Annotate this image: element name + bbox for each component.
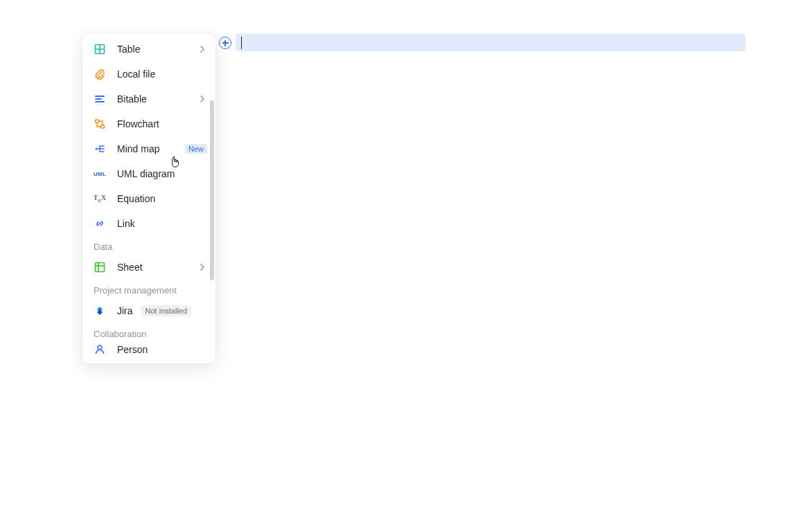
chevron-right-icon — [197, 262, 207, 272]
menu-item-label: Person — [117, 344, 207, 355]
new-badge: New — [185, 144, 207, 154]
menu-item-link[interactable]: Link — [82, 211, 215, 236]
menu-item-bitable[interactable]: Bitable — [82, 87, 215, 111]
uml-icon: UML — [94, 168, 106, 180]
menu-item-label: Jira — [117, 305, 133, 316]
menu-item-equation[interactable]: TEX Equation — [82, 186, 215, 211]
menu-item-label: Local file — [117, 69, 207, 80]
tex-icon: TEX — [94, 192, 106, 205]
text-caret — [241, 37, 242, 49]
menu-item-person[interactable]: Person — [82, 342, 215, 357]
not-installed-badge: Not installed — [141, 305, 192, 316]
menu-item-label: Bitable — [117, 93, 186, 105]
menu-item-label: Table — [117, 44, 186, 55]
bitable-icon — [94, 93, 106, 105]
table-icon — [94, 43, 106, 55]
jira-icon — [94, 305, 106, 317]
link-icon — [94, 217, 106, 230]
menu-item-uml-diagram[interactable]: UML UML diagram — [82, 161, 215, 186]
add-block-button[interactable] — [219, 37, 231, 49]
menu-item-mind-map[interactable]: Mind map New — [82, 136, 215, 161]
svg-rect-6 — [96, 120, 99, 123]
flowchart-icon — [94, 118, 106, 130]
attachment-icon — [94, 68, 106, 80]
section-header-data: Data — [82, 236, 215, 255]
svg-rect-7 — [101, 125, 105, 128]
menu-item-flowchart[interactable]: Flowchart — [82, 111, 215, 136]
menu-item-sheet[interactable]: Sheet — [82, 255, 215, 280]
menu-item-label: Link — [117, 218, 207, 229]
menu-item-label: Equation — [117, 193, 207, 204]
chevron-right-icon — [197, 44, 207, 54]
menu-item-label: Mind map — [117, 143, 181, 154]
sheet-icon — [94, 261, 106, 273]
menu-item-local-file[interactable]: Local file — [82, 62, 215, 87]
chevron-right-icon — [197, 94, 207, 104]
menu-item-label: Sheet — [117, 262, 186, 273]
menu-item-label: UML diagram — [117, 168, 207, 179]
person-icon — [94, 343, 106, 356]
svg-point-12 — [98, 345, 102, 350]
insert-block-menu: Table Local file Bitable — [82, 34, 215, 363]
editor-line-input[interactable] — [236, 34, 745, 51]
menu-scrollbar[interactable] — [210, 100, 214, 280]
section-header-project: Project management — [82, 280, 215, 298]
section-header-collab: Collaboration — [82, 323, 215, 342]
mindmap-icon — [94, 143, 106, 155]
menu-item-jira[interactable]: Jira Not installed — [82, 298, 215, 323]
menu-item-label: Flowchart — [117, 118, 207, 129]
menu-item-table[interactable]: Table — [82, 37, 215, 62]
svg-rect-9 — [96, 263, 105, 272]
menu-scroll-area: Table Local file Bitable — [82, 37, 215, 361]
